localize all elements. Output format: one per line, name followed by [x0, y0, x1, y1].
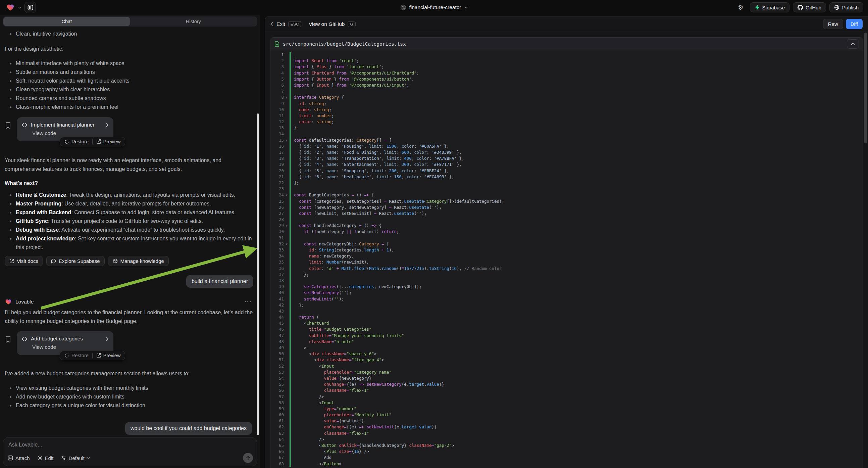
whats-next-heading: What's next? — [5, 179, 255, 188]
preview-button[interactable]: Preview — [96, 139, 121, 144]
publish-button[interactable]: Publish — [829, 2, 863, 12]
project-name[interactable]: financial-future-creator — [409, 4, 461, 10]
tab-history[interactable]: History — [130, 17, 257, 26]
code-text: <Input — [289, 400, 863, 406]
restore-button[interactable]: Restore — [64, 353, 89, 358]
lovable-logo-heart-icon[interactable] — [6, 3, 15, 11]
code-text: className="h-auto" — [289, 339, 863, 345]
bookmark-icon[interactable] — [5, 122, 11, 129]
line-number: 48 — [271, 339, 284, 345]
exit-button[interactable]: Exit esc — [271, 21, 301, 27]
fold-gutter — [284, 424, 289, 430]
bookmark-icon[interactable] — [5, 336, 11, 343]
file-diff-card: src/components/budget/BudgetCategories.t… — [270, 37, 863, 468]
tab-chat[interactable]: Chat — [3, 17, 130, 26]
github-button[interactable]: GitHub — [793, 2, 826, 12]
line-number: 5 — [271, 76, 284, 82]
settings-gear-icon[interactable]: ⚙ — [735, 2, 747, 12]
fold-gutter — [284, 186, 289, 192]
view-code-link[interactable]: View code — [32, 129, 109, 138]
version-card-add-budget-categories[interactable]: Add budget categories View code Restore — [17, 331, 114, 355]
code-line: 22]; — [271, 180, 863, 186]
line-number: 65 — [271, 442, 284, 448]
code-text — [289, 52, 863, 58]
code-text: { id: '6', name: 'Healthcare', limit: 15… — [289, 174, 863, 180]
mode-selector[interactable]: Default — [61, 455, 90, 461]
fold-gutter — [284, 174, 289, 180]
line-number: 25 — [271, 198, 284, 204]
chevron-right-icon[interactable] — [106, 337, 109, 341]
fold-gutter — [284, 235, 289, 241]
fold-chevron-icon[interactable]: ∨ — [284, 137, 289, 143]
code-text: const newCategoryObj: Category = { — [289, 241, 863, 247]
line-number: 14 — [271, 131, 284, 137]
view-on-github-label: View on GitHub — [309, 21, 345, 27]
view-on-github-button[interactable]: View on GitHub G — [309, 21, 355, 27]
fold-chevron-icon[interactable]: ∨ — [284, 241, 289, 247]
file-card-header[interactable]: src/components/budget/BudgetCategories.t… — [271, 38, 863, 50]
quick-action-row: Visit docs Explore Supabase Manage knowl… — [5, 256, 255, 266]
code-line: 48 className="h-auto" — [271, 339, 863, 345]
line-number: 37 — [271, 272, 284, 277]
line-number: 9 — [271, 101, 284, 107]
code-line: 37 }; — [271, 272, 863, 277]
code-text: value={newCategory} — [289, 375, 863, 381]
chat-input-box[interactable]: Ask Lovable... Attach Edit Default — [3, 437, 257, 466]
fold-gutter — [284, 387, 289, 393]
fold-gutter — [284, 339, 289, 345]
collapse-file-button[interactable] — [847, 39, 859, 49]
code-text — [289, 216, 863, 223]
added-text: I've added a new budget categories manag… — [5, 369, 255, 378]
diff-toggle-button[interactable]: Diff — [846, 19, 863, 29]
fold-gutter — [284, 162, 289, 168]
attach-button[interactable]: Attach — [8, 455, 30, 461]
list-item: Clean typography with clear hierarchies — [5, 85, 255, 94]
list-item: View existing budget categories with the… — [5, 384, 255, 392]
preview-button[interactable]: Preview — [96, 353, 121, 358]
code-scrollbar[interactable] — [864, 33, 867, 143]
chevron-right-icon[interactable] — [106, 122, 109, 127]
next-step-item: Master Prompting: Use clear, detailed, a… — [5, 199, 253, 208]
line-number: 19 — [271, 162, 284, 168]
fold-chevron-icon[interactable]: ∨ — [284, 223, 289, 229]
send-button[interactable] — [243, 453, 253, 463]
restore-button[interactable]: Restore — [64, 139, 89, 144]
fold-gutter — [284, 131, 289, 137]
fold-gutter — [284, 155, 289, 162]
code-line: 18 { id: '3', name: 'Transportation', li… — [271, 155, 863, 162]
code-line: 59 type="number" — [271, 406, 863, 412]
sidebar-toggle-button[interactable] — [25, 2, 36, 13]
code-line: 13} — [271, 125, 863, 131]
next-step-item: GitHub Sync: Transfer your project's cod… — [5, 217, 253, 226]
fold-gutter — [284, 216, 289, 223]
code-text — [289, 235, 863, 241]
code-text: placeholder="Category name" — [289, 369, 863, 375]
edit-mode-button[interactable]: Edit — [37, 455, 54, 461]
line-number: 3 — [271, 64, 284, 70]
project-chevron-down-icon[interactable] — [464, 6, 468, 9]
manage-knowledge-button[interactable]: Manage knowledge — [108, 256, 169, 266]
fold-chevron-icon[interactable]: ∨ — [284, 94, 289, 100]
supabase-button[interactable]: Supabase — [750, 2, 790, 12]
visit-docs-button[interactable]: Visit docs — [5, 256, 43, 266]
intro-bullet-list: Clean, intuitive navigation — [5, 30, 255, 38]
line-number: 53 — [271, 369, 284, 375]
code-line: 11 limit: number; — [271, 113, 863, 119]
chevron-down-icon[interactable] — [18, 6, 22, 9]
chat-input-placeholder[interactable]: Ask Lovable... — [8, 442, 252, 448]
line-number: 34 — [271, 253, 284, 259]
line-number: 63 — [271, 430, 284, 436]
fold-gutter — [284, 107, 289, 113]
code-line: 32∨ const newCategoryObj: Category = { — [271, 241, 863, 247]
chat-scrollbar[interactable] — [257, 114, 259, 435]
raw-toggle-button[interactable]: Raw — [823, 19, 843, 29]
version-card-implement-financial-planner[interactable]: Implement financial planner View code Re… — [17, 117, 114, 141]
user-message: build a financial planner — [186, 275, 253, 288]
fold-gutter — [284, 64, 289, 70]
fold-chevron-icon[interactable]: ∨ — [284, 192, 289, 198]
code-line: 33 id: String(categories.length + 1), — [271, 247, 863, 253]
explore-supabase-button[interactable]: Explore Supabase — [46, 256, 105, 266]
view-code-link[interactable]: View code — [32, 343, 109, 351]
message-more-icon[interactable]: ··· — [245, 299, 252, 305]
code-line: 44 return ( — [271, 314, 863, 320]
